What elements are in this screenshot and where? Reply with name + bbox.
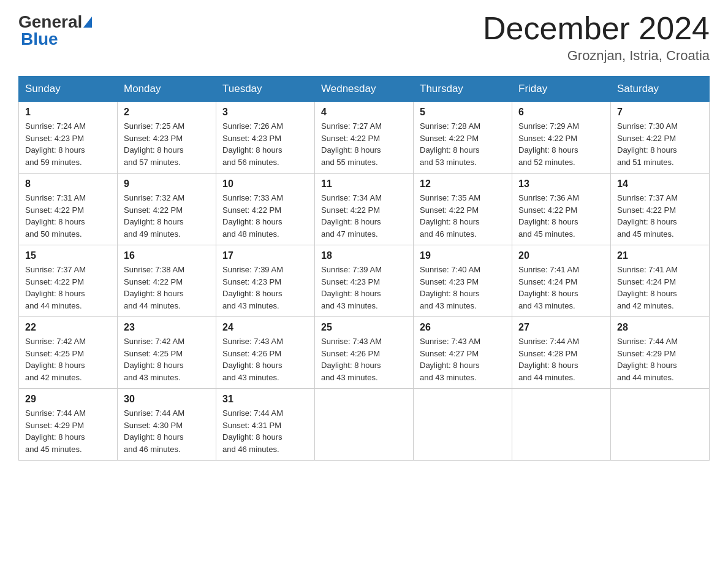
day-info: Sunrise: 7:30 AM Sunset: 4:22 PM Dayligh… <box>617 121 678 167</box>
day-info: Sunrise: 7:44 AM Sunset: 4:30 PM Dayligh… <box>124 408 184 454</box>
day-number: 31 <box>222 394 308 405</box>
day-number: 27 <box>518 322 604 333</box>
day-number: 29 <box>25 394 111 405</box>
calendar-week-row: 15 Sunrise: 7:37 AM Sunset: 4:22 PM Dayl… <box>19 245 710 317</box>
calendar-day-cell: 26 Sunrise: 7:43 AM Sunset: 4:27 PM Dayl… <box>414 317 512 389</box>
day-of-week-header: Saturday <box>611 77 710 102</box>
calendar-day-cell: 29 Sunrise: 7:44 AM Sunset: 4:29 PM Dayl… <box>19 389 118 461</box>
day-info: Sunrise: 7:41 AM Sunset: 4:24 PM Dayligh… <box>518 265 579 310</box>
calendar-day-cell: 22 Sunrise: 7:42 AM Sunset: 4:25 PM Dayl… <box>19 317 118 389</box>
day-info: Sunrise: 7:32 AM Sunset: 4:22 PM Dayligh… <box>124 193 184 239</box>
day-number: 18 <box>321 250 407 261</box>
calendar-day-cell: 17 Sunrise: 7:39 AM Sunset: 4:23 PM Dayl… <box>216 245 315 317</box>
day-info: Sunrise: 7:38 AM Sunset: 4:22 PM Dayligh… <box>124 265 184 310</box>
day-info: Sunrise: 7:31 AM Sunset: 4:22 PM Dayligh… <box>25 193 86 239</box>
day-number: 12 <box>420 178 506 190</box>
calendar-day-cell: 15 Sunrise: 7:37 AM Sunset: 4:22 PM Dayl… <box>19 245 118 317</box>
day-number: 10 <box>222 178 308 190</box>
calendar-day-cell: 14 Sunrise: 7:37 AM Sunset: 4:22 PM Dayl… <box>611 174 710 245</box>
calendar-day-cell <box>512 389 611 461</box>
calendar-day-cell <box>414 389 512 461</box>
logo: General Blue <box>18 12 93 49</box>
calendar-day-cell: 10 Sunrise: 7:33 AM Sunset: 4:22 PM Dayl… <box>216 174 315 245</box>
day-number: 20 <box>518 250 604 261</box>
day-info: Sunrise: 7:27 AM Sunset: 4:22 PM Dayligh… <box>321 121 382 167</box>
day-info: Sunrise: 7:44 AM Sunset: 4:29 PM Dayligh… <box>617 337 678 382</box>
day-info: Sunrise: 7:44 AM Sunset: 4:31 PM Dayligh… <box>222 408 283 454</box>
calendar-day-cell: 4 Sunrise: 7:27 AM Sunset: 4:22 PM Dayli… <box>315 102 414 174</box>
day-info: Sunrise: 7:28 AM Sunset: 4:22 PM Dayligh… <box>420 121 480 167</box>
calendar-day-cell <box>611 389 710 461</box>
day-number: 16 <box>124 250 210 261</box>
day-info: Sunrise: 7:33 AM Sunset: 4:22 PM Dayligh… <box>222 193 283 239</box>
day-info: Sunrise: 7:43 AM Sunset: 4:27 PM Dayligh… <box>420 337 480 382</box>
day-number: 26 <box>420 322 506 333</box>
logo-blue-text: Blue <box>21 29 58 48</box>
day-number: 8 <box>25 178 111 190</box>
calendar-day-cell: 5 Sunrise: 7:28 AM Sunset: 4:22 PM Dayli… <box>414 102 512 174</box>
calendar-day-cell: 31 Sunrise: 7:44 AM Sunset: 4:31 PM Dayl… <box>216 389 315 461</box>
day-number: 5 <box>420 107 506 118</box>
day-number: 14 <box>617 178 703 190</box>
calendar-day-cell: 27 Sunrise: 7:44 AM Sunset: 4:28 PM Dayl… <box>512 317 611 389</box>
day-number: 28 <box>617 322 703 333</box>
page-header: General Blue December 2024 Groznjan, Ist… <box>18 12 710 64</box>
day-number: 7 <box>617 107 703 118</box>
calendar-day-cell: 18 Sunrise: 7:39 AM Sunset: 4:23 PM Dayl… <box>315 245 414 317</box>
day-number: 24 <box>222 322 308 333</box>
title-section: December 2024 Groznjan, Istria, Croatia <box>483 12 710 64</box>
calendar-day-cell: 1 Sunrise: 7:24 AM Sunset: 4:23 PM Dayli… <box>19 102 118 174</box>
calendar-day-cell: 2 Sunrise: 7:25 AM Sunset: 4:23 PM Dayli… <box>118 102 216 174</box>
day-number: 3 <box>222 107 308 118</box>
day-of-week-header: Sunday <box>19 77 118 102</box>
calendar-day-cell: 19 Sunrise: 7:40 AM Sunset: 4:23 PM Dayl… <box>414 245 512 317</box>
day-number: 11 <box>321 178 407 190</box>
day-number: 19 <box>420 250 506 261</box>
logo-triangle-icon <box>83 17 92 28</box>
calendar-week-row: 22 Sunrise: 7:42 AM Sunset: 4:25 PM Dayl… <box>19 317 710 389</box>
day-info: Sunrise: 7:34 AM Sunset: 4:22 PM Dayligh… <box>321 193 382 239</box>
day-number: 15 <box>25 250 111 261</box>
day-number: 21 <box>617 250 703 261</box>
day-number: 9 <box>124 178 210 190</box>
day-info: Sunrise: 7:36 AM Sunset: 4:22 PM Dayligh… <box>518 193 579 239</box>
day-number: 17 <box>222 250 308 261</box>
calendar-day-cell: 21 Sunrise: 7:41 AM Sunset: 4:24 PM Dayl… <box>611 245 710 317</box>
calendar-day-cell: 28 Sunrise: 7:44 AM Sunset: 4:29 PM Dayl… <box>611 317 710 389</box>
calendar-day-cell: 3 Sunrise: 7:26 AM Sunset: 4:23 PM Dayli… <box>216 102 315 174</box>
calendar-day-cell: 30 Sunrise: 7:44 AM Sunset: 4:30 PM Dayl… <box>118 389 216 461</box>
day-number: 30 <box>124 394 210 405</box>
day-number: 1 <box>25 107 111 118</box>
calendar-day-cell: 11 Sunrise: 7:34 AM Sunset: 4:22 PM Dayl… <box>315 174 414 245</box>
day-number: 6 <box>518 107 604 118</box>
day-number: 2 <box>124 107 210 118</box>
calendar-table: SundayMondayTuesdayWednesdayThursdayFrid… <box>18 76 710 461</box>
calendar-day-cell: 13 Sunrise: 7:36 AM Sunset: 4:22 PM Dayl… <box>512 174 611 245</box>
day-info: Sunrise: 7:44 AM Sunset: 4:28 PM Dayligh… <box>518 337 579 382</box>
day-info: Sunrise: 7:42 AM Sunset: 4:25 PM Dayligh… <box>25 337 86 382</box>
day-of-week-header: Wednesday <box>315 77 414 102</box>
calendar-day-cell: 25 Sunrise: 7:43 AM Sunset: 4:26 PM Dayl… <box>315 317 414 389</box>
calendar-week-row: 29 Sunrise: 7:44 AM Sunset: 4:29 PM Dayl… <box>19 389 710 461</box>
calendar-day-cell <box>315 389 414 461</box>
header-row: SundayMondayTuesdayWednesdayThursdayFrid… <box>19 77 710 102</box>
calendar-day-cell: 16 Sunrise: 7:38 AM Sunset: 4:22 PM Dayl… <box>118 245 216 317</box>
calendar-week-row: 8 Sunrise: 7:31 AM Sunset: 4:22 PM Dayli… <box>19 174 710 245</box>
calendar-day-cell: 12 Sunrise: 7:35 AM Sunset: 4:22 PM Dayl… <box>414 174 512 245</box>
calendar-day-cell: 7 Sunrise: 7:30 AM Sunset: 4:22 PM Dayli… <box>611 102 710 174</box>
calendar-day-cell: 24 Sunrise: 7:43 AM Sunset: 4:26 PM Dayl… <box>216 317 315 389</box>
month-title: December 2024 <box>483 12 710 44</box>
day-info: Sunrise: 7:25 AM Sunset: 4:23 PM Dayligh… <box>124 121 184 167</box>
calendar-week-row: 1 Sunrise: 7:24 AM Sunset: 4:23 PM Dayli… <box>19 102 710 174</box>
day-of-week-header: Friday <box>512 77 611 102</box>
calendar-day-cell: 20 Sunrise: 7:41 AM Sunset: 4:24 PM Dayl… <box>512 245 611 317</box>
day-of-week-header: Monday <box>118 77 216 102</box>
day-number: 4 <box>321 107 407 118</box>
day-of-week-header: Tuesday <box>216 77 315 102</box>
day-info: Sunrise: 7:44 AM Sunset: 4:29 PM Dayligh… <box>25 408 86 454</box>
calendar-day-cell: 9 Sunrise: 7:32 AM Sunset: 4:22 PM Dayli… <box>118 174 216 245</box>
day-number: 13 <box>518 178 604 190</box>
day-info: Sunrise: 7:43 AM Sunset: 4:26 PM Dayligh… <box>321 337 382 382</box>
calendar-day-cell: 23 Sunrise: 7:42 AM Sunset: 4:25 PM Dayl… <box>118 317 216 389</box>
calendar-day-cell: 8 Sunrise: 7:31 AM Sunset: 4:22 PM Dayli… <box>19 174 118 245</box>
